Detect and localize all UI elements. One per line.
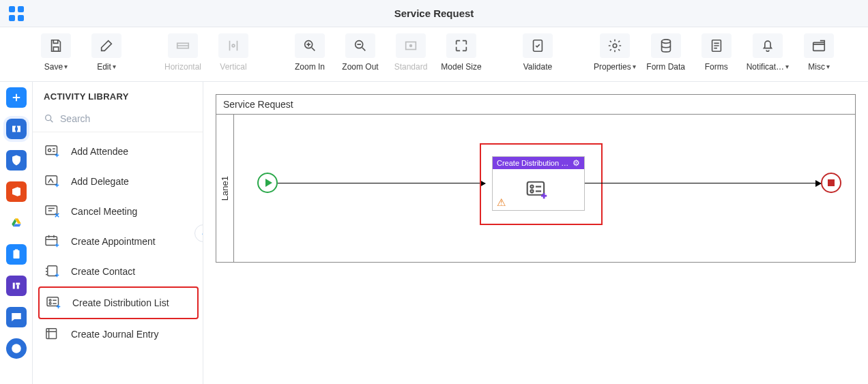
toolbar: Save▾ Edit▾ Horizontal Vertical Zoom In … bbox=[0, 27, 868, 82]
activity-item[interactable]: Add Attendee bbox=[38, 136, 199, 166]
add-icon[interactable] bbox=[6, 87, 27, 108]
forms-icon bbox=[701, 33, 732, 58]
header: Service Request bbox=[0, 0, 868, 27]
activity-item[interactable]: Create Contact bbox=[38, 256, 199, 286]
svg-point-20 bbox=[12, 344, 21, 353]
process-canvas[interactable]: Service Request Lane1 Create Distributio… bbox=[203, 82, 868, 384]
svg-point-12 bbox=[661, 39, 670, 43]
chat-icon[interactable] bbox=[6, 307, 27, 327]
zoom-standard-label: Standard bbox=[394, 62, 428, 72]
vertical-icon bbox=[218, 33, 248, 58]
properties-button[interactable]: Properties▾ bbox=[594, 33, 636, 76]
zoom-out-button[interactable]: Zoom Out bbox=[340, 33, 381, 76]
clipboard-icon[interactable] bbox=[6, 244, 27, 265]
pool-title: Service Request bbox=[216, 95, 855, 115]
chevron-down-icon: ▾ bbox=[64, 63, 68, 70]
svg-rect-16 bbox=[14, 250, 18, 252]
svg-rect-1 bbox=[18, 6, 24, 12]
edit-icon bbox=[91, 33, 121, 58]
search-icon bbox=[44, 113, 55, 125]
edit-button[interactable]: Edit▾ bbox=[86, 33, 127, 76]
gear-icon[interactable]: ⚙ bbox=[573, 158, 580, 168]
task-label: Create Distribution … bbox=[497, 159, 568, 167]
svg-rect-28 bbox=[47, 297, 59, 306]
activity-item[interactable]: Create Appointment bbox=[38, 226, 199, 256]
activity-item-label: Add Delegate bbox=[71, 176, 129, 188]
svg-point-5 bbox=[232, 44, 235, 47]
task-node[interactable]: Create Distribution … ⚙ ⚠ bbox=[492, 156, 585, 211]
search-input[interactable] bbox=[60, 113, 192, 124]
vertical-button[interactable]: Vertical bbox=[213, 33, 254, 76]
validate-button[interactable]: Validate bbox=[517, 33, 558, 76]
start-event[interactable] bbox=[257, 173, 278, 193]
svg-rect-19 bbox=[16, 285, 18, 289]
svg-point-23 bbox=[48, 149, 50, 151]
google-drive-icon[interactable] bbox=[6, 213, 27, 233]
add-attendee-icon bbox=[44, 143, 63, 160]
it-icon[interactable] bbox=[6, 276, 27, 296]
chevron-down-icon: ▾ bbox=[633, 63, 636, 70]
zoom-in-label: Zoom In bbox=[295, 62, 325, 72]
lane-label[interactable]: Lane1 bbox=[216, 115, 234, 262]
app-circle-icon[interactable] bbox=[6, 338, 27, 359]
activity-item-label: Create Appointment bbox=[71, 236, 156, 248]
svg-point-21 bbox=[46, 115, 51, 121]
svg-rect-2 bbox=[9, 15, 15, 21]
pool[interactable]: Service Request Lane1 Create Distributio… bbox=[216, 94, 856, 263]
horizontal-button[interactable]: Horizontal bbox=[162, 33, 203, 76]
search-input-wrap[interactable] bbox=[33, 108, 203, 132]
chevron-down-icon: ▾ bbox=[113, 63, 116, 70]
sequence-flow[interactable] bbox=[278, 183, 485, 183]
svg-point-34 bbox=[530, 190, 533, 192]
database-icon bbox=[651, 33, 681, 58]
cancel-meeting-icon bbox=[44, 203, 63, 220]
create-contact-icon bbox=[44, 263, 63, 280]
save-button[interactable]: Save▾ bbox=[35, 33, 76, 76]
app-logo[interactable] bbox=[0, 5, 33, 22]
activity-item-selected[interactable]: Create Distribution List bbox=[38, 286, 199, 319]
shield-icon[interactable] bbox=[6, 150, 27, 171]
activity-list: Add Attendee Add Delegate Cancel Meeting… bbox=[33, 132, 203, 353]
svg-rect-32 bbox=[527, 182, 544, 195]
page-title: Service Request bbox=[394, 8, 474, 19]
misc-button[interactable]: Misc▾ bbox=[798, 33, 839, 76]
chevron-down-icon: ▾ bbox=[785, 63, 789, 70]
warning-icon: ⚠ bbox=[497, 196, 506, 209]
activity-library-panel: ACTIVITY LIBRARY Add Attendee Add Delega… bbox=[33, 82, 203, 384]
create-distribution-list-icon bbox=[45, 295, 64, 311]
office-icon[interactable] bbox=[6, 181, 27, 202]
svg-rect-14 bbox=[813, 42, 825, 50]
activity-item[interactable]: Cancel Meeting bbox=[38, 196, 199, 226]
notifications-button[interactable]: Notificat…▾ bbox=[747, 33, 789, 76]
validate-icon bbox=[523, 33, 553, 58]
zoom-out-icon bbox=[345, 33, 375, 58]
panel-heading: ACTIVITY LIBRARY bbox=[33, 82, 203, 108]
model-size-button[interactable]: Model Size bbox=[441, 33, 482, 76]
zoom-in-button[interactable]: Zoom In bbox=[289, 33, 330, 76]
exchange-icon[interactable] bbox=[6, 119, 27, 139]
form-data-button[interactable]: Form Data bbox=[646, 33, 686, 76]
svg-rect-31 bbox=[46, 329, 57, 339]
zoom-standard-button[interactable]: Standard bbox=[390, 33, 431, 76]
task-type-icon bbox=[525, 179, 551, 202]
svg-rect-0 bbox=[9, 6, 15, 12]
end-event[interactable] bbox=[821, 173, 841, 193]
forms-button[interactable]: Forms bbox=[696, 33, 737, 76]
activity-item-label: Create Journal Entry bbox=[71, 329, 158, 340]
svg-point-11 bbox=[613, 44, 617, 48]
activity-item[interactable]: Create Journal Entry bbox=[38, 319, 199, 349]
properties-label: Properties bbox=[594, 62, 631, 72]
bell-icon bbox=[753, 33, 783, 58]
svg-point-33 bbox=[530, 186, 533, 188]
vertical-label: Vertical bbox=[220, 62, 246, 72]
sequence-flow[interactable] bbox=[585, 183, 821, 183]
lane-content[interactable]: Create Distribution … ⚙ ⚠ bbox=[234, 115, 855, 262]
misc-label: Misc bbox=[808, 62, 825, 72]
activity-item[interactable]: Add Delegate bbox=[38, 166, 199, 196]
zoom-standard-icon bbox=[396, 33, 426, 58]
svg-rect-17 bbox=[12, 283, 14, 289]
zoom-in-icon bbox=[295, 33, 325, 58]
svg-point-29 bbox=[49, 299, 51, 301]
horizontal-icon bbox=[168, 33, 198, 58]
activity-item-label: Create Distribution List bbox=[72, 297, 169, 309]
